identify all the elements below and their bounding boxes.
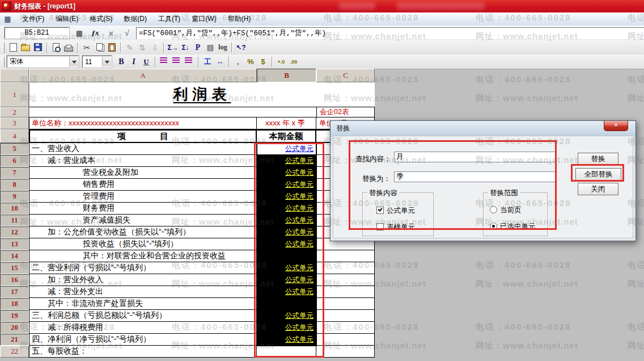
row-header-10[interactable]: 10 xyxy=(0,203,29,215)
save-icon[interactable] xyxy=(32,42,44,53)
cell-B9[interactable]: 公式单元 xyxy=(257,191,316,203)
cell-B13[interactable]: 公式单元 xyxy=(257,238,316,250)
confirm-entry-icon[interactable]: √ xyxy=(121,28,133,37)
row-header-9[interactable]: 9 xyxy=(0,191,29,203)
cell-A4-item-header[interactable]: 项 目 xyxy=(29,129,257,143)
function-wizard-icon[interactable]: ƒx xyxy=(90,28,101,37)
cell-C2[interactable]: 会企02表 xyxy=(316,107,375,117)
cell-A19[interactable]: 三、利润总额（亏损总额以“-”号填列） xyxy=(29,310,257,322)
align-center-icon[interactable] xyxy=(171,56,183,68)
selected-cells-radio[interactable] xyxy=(490,223,497,230)
close-icon[interactable]: × xyxy=(604,121,628,131)
cell-A9[interactable]: 管理费用 xyxy=(29,191,257,203)
row-header-14[interactable]: 14 xyxy=(0,250,29,262)
chevron-down-icon[interactable] xyxy=(102,57,111,66)
page-setup-icon[interactable]: ▤ xyxy=(205,42,216,53)
row-header-18[interactable]: 18 xyxy=(0,298,29,310)
column-header-A[interactable]: A xyxy=(29,69,257,82)
row-header-4[interactable]: 4 xyxy=(0,129,29,143)
align-right-icon[interactable] xyxy=(184,56,195,68)
row-header-12[interactable]: 12 xyxy=(0,226,29,238)
column-header-C[interactable]: C xyxy=(316,69,375,82)
sum-across-icon[interactable]: Σ→ xyxy=(167,42,179,53)
row-header-15[interactable]: 15 xyxy=(0,262,29,274)
row-header-2[interactable]: 2 xyxy=(0,107,29,117)
menu-item-6[interactable]: 窗口(W) xyxy=(186,12,222,26)
cell-C15[interactable] xyxy=(316,262,375,274)
row-header-8[interactable]: 8 xyxy=(0,179,29,191)
cell-B22[interactable] xyxy=(257,346,316,358)
new-file-icon[interactable] xyxy=(7,42,19,53)
style-cells-checkbox[interactable] xyxy=(376,223,384,230)
open-file-icon[interactable] xyxy=(20,42,31,53)
italic-icon[interactable]: I xyxy=(128,56,139,68)
formula-input[interactable]: =FS("6001",月,"贷",,年)+FS("6051",月,"贷",,年) xyxy=(136,27,644,39)
cell-B19[interactable]: 公式单元 xyxy=(257,310,316,322)
menu-item-4[interactable]: 数据(D) xyxy=(118,12,152,26)
replace-button[interactable]: 替换 xyxy=(578,153,618,165)
row-header-16[interactable]: 16 xyxy=(0,274,29,286)
row-header-6[interactable]: 6 xyxy=(0,155,29,167)
font-name-combo[interactable]: 宋体 xyxy=(7,56,79,68)
cell-B11[interactable]: 公式单元 xyxy=(257,215,316,226)
cell-A10[interactable]: 财务费用 xyxy=(29,203,257,215)
cell-C19[interactable] xyxy=(316,310,375,322)
cell-B14[interactable] xyxy=(257,250,316,262)
selected-cells-label[interactable]: 已选中单元 xyxy=(500,222,536,232)
row-header-19[interactable]: 19 xyxy=(0,310,29,322)
paste-icon[interactable] xyxy=(106,42,117,53)
current-page-radio[interactable] xyxy=(490,206,497,213)
toolbar-grip[interactable] xyxy=(2,43,5,53)
cell-B6[interactable]: 公式单元 xyxy=(257,155,316,167)
cell-B8[interactable]: 公式单元 xyxy=(257,179,316,191)
style-cells-label[interactable]: 表样单元 xyxy=(387,223,415,232)
print-icon[interactable] xyxy=(63,42,74,53)
cell-B15[interactable]: 公式单元 xyxy=(257,262,316,274)
grid-calc-icon[interactable]: ▦ xyxy=(74,29,85,37)
row-header-1[interactable]: 1 xyxy=(0,82,29,107)
cell-B18[interactable] xyxy=(257,298,316,310)
cell-C14[interactable] xyxy=(316,250,375,262)
cell-B4-amount-header[interactable]: 本期金额 xyxy=(257,129,316,143)
cell-A12[interactable]: 加：公允价值变动收益（损失以“-”填列） xyxy=(29,226,257,238)
menu-item-3[interactable]: 格式(S) xyxy=(84,12,118,26)
cell-A5[interactable]: 一、营业收入 xyxy=(29,143,257,155)
bold-icon[interactable]: B xyxy=(116,56,127,68)
percent-style-icon[interactable]: % xyxy=(245,56,256,68)
cell-B10[interactable]: 公式单元 xyxy=(257,203,316,215)
cell-C21[interactable] xyxy=(316,334,375,346)
context-help-icon[interactable]: ↖? xyxy=(235,42,247,53)
select-all-corner[interactable] xyxy=(0,69,29,82)
cut-icon[interactable]: ✂ xyxy=(81,42,92,53)
comma-style-icon[interactable]: , xyxy=(232,56,244,68)
cell-A21[interactable]: 四、净利润（净亏损以“-”号填列） xyxy=(29,334,257,346)
menu-item-5[interactable]: 工具(T) xyxy=(152,12,186,26)
cell-A6[interactable]: 减：营业成本 xyxy=(29,155,257,167)
log-icon[interactable]: log xyxy=(217,42,228,53)
cell-A7[interactable]: 营业税金及附加 xyxy=(29,167,257,179)
cell-A8[interactable]: 销售费用 xyxy=(29,179,257,191)
sum-down-icon[interactable]: Σ↓ xyxy=(180,42,191,53)
cell-B17[interactable]: 公式单元 xyxy=(257,286,316,298)
row-header-17[interactable]: 17 xyxy=(0,286,29,298)
replace-all-button[interactable]: 全部替换 xyxy=(575,168,621,180)
close-button[interactable]: 关闭 xyxy=(578,183,618,195)
cell-B3[interactable]: xxxx 年 x 季 xyxy=(257,117,316,129)
print-preview-icon[interactable] xyxy=(50,42,62,53)
page-view-icon[interactable]: P xyxy=(192,42,204,53)
row-header-11[interactable]: 11 xyxy=(0,215,29,226)
cell-A17[interactable]: 减：营业外支出 xyxy=(29,286,257,298)
cell-C17[interactable] xyxy=(316,286,375,298)
cell-C22[interactable] xyxy=(316,346,375,358)
cell-reference-box[interactable]: B5:B21 xyxy=(5,27,69,39)
cell-B5[interactable]: 公式单元 xyxy=(257,143,316,155)
formula-cells-label[interactable]: 公式单元 xyxy=(387,206,415,216)
cell-B16[interactable]: 公式单元 xyxy=(257,274,316,286)
cell-B20[interactable]: 公式单元 xyxy=(257,322,316,334)
row-header-13[interactable]: 13 xyxy=(0,238,29,250)
formula-cells-checkbox[interactable] xyxy=(376,207,384,214)
cell-A13[interactable]: 投资收益（损失以“-”填列） xyxy=(29,238,257,250)
menu-item-1[interactable]: 文件(F) xyxy=(16,12,50,26)
row-header-22[interactable]: 22 xyxy=(0,346,29,358)
cell-C16[interactable] xyxy=(316,274,375,286)
